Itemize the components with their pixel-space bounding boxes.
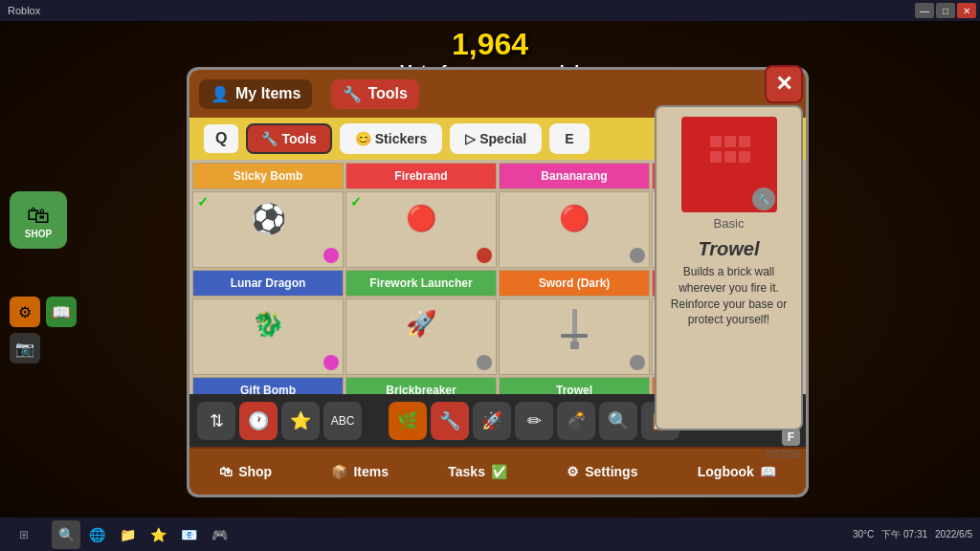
sidebar-bottom: ⚙ 📖 📷 xyxy=(10,297,77,364)
bananarang-badge xyxy=(630,248,645,263)
firework-header[interactable]: Firework Launcher xyxy=(345,270,497,297)
tasks-nav-button[interactable]: Tasks ✅ xyxy=(436,458,519,485)
abc-button[interactable]: ABC xyxy=(323,402,362,440)
stickers-tab-button[interactable]: 😊 Stickers xyxy=(340,123,442,154)
my-items-tab[interactable]: 👤 My Items xyxy=(199,79,312,109)
tools-tab-label: Tools xyxy=(281,131,316,146)
rocket-button[interactable]: 🚀 xyxy=(473,402,511,440)
taskbar-weather: 30°C xyxy=(853,529,874,540)
taskbar-icons: 🔍 🌐 📁 ⭐ 📧 🎮 xyxy=(48,520,853,549)
trowel-label: Trowel xyxy=(556,384,592,394)
date-badge: 7/27/20 xyxy=(765,449,800,460)
f-badge: F xyxy=(782,429,800,446)
firebrand-item[interactable]: ✓ 🔴 xyxy=(345,191,497,268)
items-nav-label: Items xyxy=(353,464,389,479)
basic-label: Basic xyxy=(714,216,745,231)
sword-badge xyxy=(630,355,645,370)
settings-nav-button[interactable]: ⚙ Settings xyxy=(555,458,649,485)
trowel-header[interactable]: Trowel xyxy=(499,377,650,394)
close-button[interactable]: ✕ xyxy=(765,65,803,103)
logbook-nav-button[interactable]: Logbook 📖 xyxy=(686,458,788,485)
lunar-dragon-item[interactable]: 🐉 xyxy=(192,298,344,375)
tools-icon: 🔧 xyxy=(343,85,362,103)
logbook-icon: 📖 xyxy=(760,464,776,479)
sticky-bomb-icon: ⚽ xyxy=(251,202,286,235)
shop-sidebar-button[interactable]: 🛍 SHOP xyxy=(10,191,67,249)
sidebar-btn-1[interactable]: ⚙ xyxy=(10,297,40,327)
tasks-nav-label: Tasks xyxy=(448,464,485,479)
brickbreaker-header[interactable]: Brickbreaker xyxy=(345,377,497,394)
sidebar-btn-2[interactable]: 📖 xyxy=(46,297,77,327)
window-close-button[interactable]: ✕ xyxy=(957,3,976,18)
special-label: Special xyxy=(479,131,526,146)
taskbar-icon-5[interactable]: 🎮 xyxy=(205,520,234,549)
brickbreaker-label: Brickbreaker xyxy=(386,384,456,394)
shop-nav-icon: 🛍 xyxy=(219,464,233,479)
window-controls: — □ ✕ xyxy=(915,3,976,18)
sticky-bomb-item[interactable]: ✓ ⚽ xyxy=(192,191,344,268)
bananarang-header[interactable]: Bananarang xyxy=(499,163,650,189)
window-title: Roblox xyxy=(8,5,40,16)
settings-nav-icon: ⚙ xyxy=(567,464,579,479)
maximize-button[interactable]: □ xyxy=(936,3,955,18)
item-title: Trowel xyxy=(698,238,759,260)
lunar-dragon-header[interactable]: Lunar Dragon xyxy=(192,270,344,297)
sticky-bomb-label: Sticky Bomb xyxy=(234,169,303,183)
title-bar: Roblox — □ ✕ xyxy=(0,0,980,21)
taskbar-icon-3[interactable]: ⭐ xyxy=(144,520,172,549)
lunar-dragon-icon: 🐉 xyxy=(249,304,288,342)
star-button[interactable]: ⭐ xyxy=(281,402,320,440)
bananarang-item[interactable]: 🔴 xyxy=(499,191,650,268)
firebrand-header[interactable]: Firebrand xyxy=(345,163,497,189)
firework-item[interactable]: 🚀 xyxy=(345,298,497,375)
items-nav-button[interactable]: 📦 Items xyxy=(320,458,400,485)
taskbar-icon-2[interactable]: 📁 xyxy=(113,520,142,549)
bananarang-icon: 🔴 xyxy=(559,204,590,233)
sidebar-btn-3[interactable]: 📷 xyxy=(10,333,40,364)
currency-amount: 1,964 xyxy=(400,27,580,62)
lunar-dragon-badge xyxy=(323,355,339,370)
bananarang-label: Bananarang xyxy=(541,169,607,183)
sword-dark-header[interactable]: Sword (Dark) xyxy=(499,270,650,297)
gift-bomb-label: Gift Bomb xyxy=(240,384,296,394)
firework-badge xyxy=(477,355,492,370)
item-preview: 🔧 xyxy=(681,117,777,212)
item-description: Builds a brick wall wherever you fire it… xyxy=(666,264,791,328)
taskbar-date: 2022/6/5 xyxy=(935,529,972,540)
tools-icon-button[interactable]: 🔧 xyxy=(431,402,469,440)
sword-dark-item[interactable] xyxy=(499,298,650,375)
bomb-button[interactable]: 💣 xyxy=(557,402,595,440)
gift-bomb-header[interactable]: Gift Bomb xyxy=(192,377,344,394)
taskbar-icon-4[interactable]: 📧 xyxy=(174,520,203,549)
svg-rect-2 xyxy=(570,342,579,349)
minimize-button[interactable]: — xyxy=(915,3,934,18)
search-button[interactable]: 🔍 xyxy=(599,402,637,440)
stickers-label: Stickers xyxy=(375,131,427,146)
sticky-bomb-header[interactable]: Sticky Bomb xyxy=(192,163,344,189)
taskbar-icon-1[interactable]: 🌐 xyxy=(82,520,111,549)
q-tab-button[interactable]: Q xyxy=(204,124,238,153)
pencil-button[interactable]: ✏ xyxy=(515,402,553,440)
sword-dark-label: Sword (Dark) xyxy=(539,276,611,290)
settings-nav-label: Settings xyxy=(585,464,637,479)
sort-button[interactable]: ⇅ xyxy=(197,402,235,440)
shop-icon: 🛍 xyxy=(27,202,50,229)
firebrand-badge xyxy=(477,248,492,263)
special-tab-button[interactable]: ▷ Special xyxy=(450,123,542,154)
e-tab-button[interactable]: E xyxy=(549,123,589,154)
svg-rect-11 xyxy=(710,151,722,163)
svg-rect-8 xyxy=(710,136,722,147)
shop-nav-button[interactable]: 🛍 Shop xyxy=(208,458,283,485)
firebrand-label: Firebrand xyxy=(394,169,447,183)
leaf-button[interactable]: 🌿 xyxy=(389,402,427,440)
clock-button[interactable]: 🕐 xyxy=(239,402,278,440)
tools-tab-button[interactable]: 🔧 Tools xyxy=(246,123,331,154)
lunar-dragon-label: Lunar Dragon xyxy=(231,276,306,290)
special-icon: ▷ xyxy=(465,131,476,146)
tools-tab-header[interactable]: 🔧 Tools xyxy=(331,79,418,109)
taskbar-search[interactable]: 🔍 xyxy=(52,520,80,549)
svg-rect-0 xyxy=(572,309,577,343)
start-button[interactable]: ⊞ xyxy=(0,518,48,551)
firework-label: Firework Launcher xyxy=(369,276,472,290)
sticky-bomb-badge xyxy=(323,248,339,263)
